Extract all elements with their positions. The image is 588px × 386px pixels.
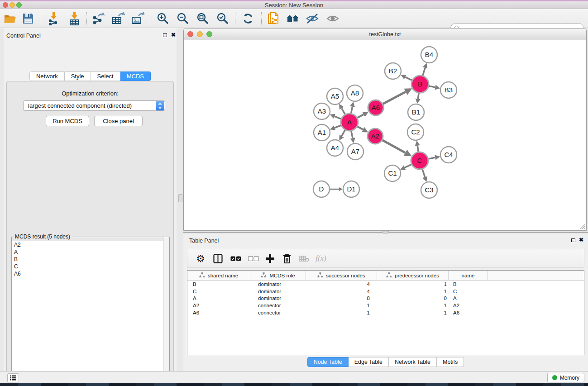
node-B1[interactable]: B1 [408,104,424,120]
unselect-all-checkboxes-icon[interactable] [246,249,261,267]
tab-network-table[interactable]: Network Table [389,357,437,367]
node-A8[interactable]: A8 [347,85,363,101]
cell-predecessor-nodes[interactable]: 1 [377,289,449,294]
cell-predecessor-nodes[interactable]: 0 [377,295,449,301]
node-A5[interactable]: A5 [327,88,343,105]
task-history-button[interactable] [7,373,19,382]
cell-shared-name[interactable]: B [187,281,250,287]
mcds-result-item[interactable]: A [12,248,169,256]
export-network-icon[interactable] [91,11,107,26]
network-graph[interactable]: ABCA2A6A1A3A4A5A7A8B1B2B3B4C1C2C3C4DD1 [184,40,586,230]
node-A4[interactable]: A4 [327,140,343,156]
node-A[interactable]: A [341,114,358,131]
table-row[interactable]: A2connector11A2 [187,302,584,309]
apply-layout-icon[interactable] [240,11,256,26]
run-mcds-button[interactable]: Run MCDS [46,116,89,126]
cell-predecessor-nodes[interactable]: 1 [377,310,449,315]
memory-button[interactable]: Memory [547,373,584,382]
mcds-result-item[interactable]: B [12,256,169,263]
column-header-name[interactable]: name [449,271,488,280]
column-header-predecessor-nodes[interactable]: predecessor nodes [377,271,449,280]
resize-grip-icon[interactable] [579,224,585,229]
node-A1[interactable]: A1 [314,124,330,141]
node-B3[interactable]: B3 [440,82,457,98]
copy-network-icon[interactable] [265,11,282,26]
open-session-icon[interactable] [2,11,18,26]
node-C3[interactable]: C3 [421,182,437,198]
node-D[interactable]: D [313,181,330,197]
table-row[interactable]: Cdominator41C [187,288,584,295]
mcds-result-scrollbar[interactable] [163,237,169,386]
cell-name[interactable]: A6 [449,310,488,315]
node-C1[interactable]: C1 [384,165,401,181]
mcds-result-item[interactable]: C [12,263,169,270]
settings-gear-icon[interactable]: ⚙ [193,249,208,267]
import-table-icon[interactable] [66,11,82,26]
network-canvas[interactable]: ABCA2A6A1A3A4A5A7A8B1B2B3B4C1C2C3C4DD1 [184,40,586,230]
optimization-criterion-select[interactable]: largest connected component (directed) [23,100,165,111]
select-all-checkboxes-icon[interactable] [228,249,244,267]
cell-name[interactable]: C [449,289,488,294]
zoom-in-icon[interactable] [155,11,171,26]
cell-MCDS-role[interactable]: connector [250,310,306,315]
cell-successor-nodes[interactable]: 4 [306,281,377,287]
node-A2[interactable]: A2 [368,129,383,144]
cell-predecessor-nodes[interactable]: 1 [377,303,449,308]
node-D1[interactable]: D1 [343,181,359,197]
save-session-icon[interactable] [20,11,36,26]
float-panel-icon[interactable] [163,33,167,37]
column-browser-icon[interactable] [210,249,225,267]
tab-mcds[interactable]: MCDS [120,71,151,81]
network-window-titlebar[interactable]: testGlobe.txt [184,29,586,40]
close-panel-button[interactable]: Close panel [94,116,143,126]
column-header-successor-nodes[interactable]: successor nodes [306,271,377,280]
cell-shared-name[interactable]: A [187,295,250,301]
table-row[interactable]: Bdominator41B [187,281,584,288]
export-image-icon[interactable] [129,11,146,26]
cell-shared-name[interactable]: A6 [187,310,250,315]
table-row[interactable]: Adominator80A [187,295,584,302]
export-table-icon[interactable] [110,11,126,26]
cell-MCDS-role[interactable]: connector [250,303,306,308]
node-B4[interactable]: B4 [421,47,437,63]
column-header-shared-name[interactable]: shared name [187,271,250,280]
cell-name[interactable]: A [449,295,488,301]
zoom-out-icon[interactable] [175,11,191,26]
node-A6[interactable]: A6 [368,100,383,115]
tab-edge-table[interactable]: Edge Table [349,357,389,367]
node-B[interactable]: B [411,76,429,93]
tab-network[interactable]: Network [29,71,65,81]
cell-predecessor-nodes[interactable]: 1 [377,281,449,287]
node-A3[interactable]: A3 [314,103,330,119]
eye-slash-icon[interactable] [304,11,320,26]
mcds-result-item[interactable]: A6 [12,270,169,277]
houses-icon[interactable] [285,11,301,26]
tab-select[interactable]: Select [91,71,120,81]
cell-successor-nodes[interactable]: 1 [306,303,377,308]
add-row-icon[interactable] [262,249,277,267]
node-C2[interactable]: C2 [407,124,424,140]
cell-MCDS-role[interactable]: dominator [250,295,306,301]
tab-style[interactable]: Style [65,71,91,81]
zoom-selected-icon[interactable] [215,11,231,26]
cell-name[interactable]: A2 [449,303,488,308]
mcds-result-item[interactable]: A2 [12,241,169,248]
import-network-icon[interactable] [45,11,62,26]
edge-A6-B[interactable] [382,92,406,105]
cell-successor-nodes[interactable]: 1 [306,310,377,315]
cell-name[interactable]: B [449,281,488,287]
column-header-MCDS-role[interactable]: MCDS role [250,271,306,280]
cell-MCDS-role[interactable]: dominator [250,281,306,287]
tab-motifs[interactable]: Motifs [437,357,464,367]
node-A7[interactable]: A7 [347,143,363,160]
edge-A2-C[interactable] [381,139,405,152]
vertical-splitter-handle[interactable] [178,194,182,202]
zoom-fit-icon[interactable] [195,11,211,26]
node-C[interactable]: C [411,152,428,169]
close-panel-icon[interactable]: ✖ [171,32,176,38]
node-C4[interactable]: C4 [440,147,457,163]
table-close-icon[interactable]: ✖ [579,237,583,243]
table-float-icon[interactable] [571,238,575,242]
cell-successor-nodes[interactable]: 8 [306,295,377,301]
table-row[interactable]: A6connector11A6 [187,309,584,316]
